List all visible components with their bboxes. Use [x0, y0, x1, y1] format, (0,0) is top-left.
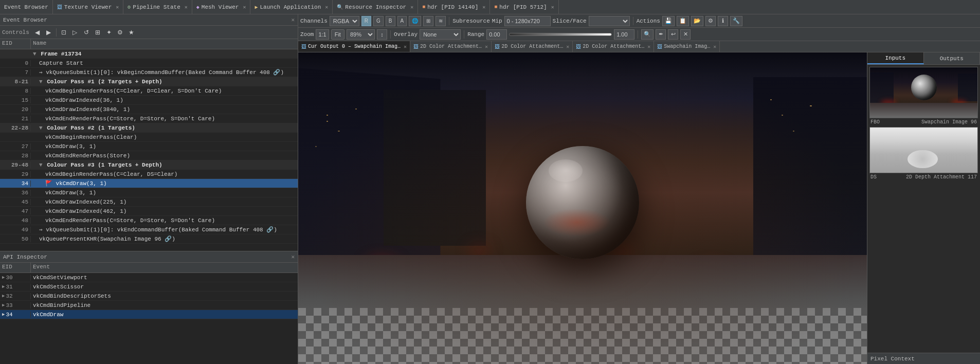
channel-wave-btn[interactable]: ≋ — [435, 16, 446, 26]
capture-btn[interactable]: ⊡ — [59, 27, 69, 38]
overlay-select[interactable]: None — [420, 29, 461, 40]
texture-canvas[interactable] — [298, 52, 867, 364]
tab-inputs[interactable]: Inputs — [867, 52, 924, 64]
close-launch-app[interactable]: ✕ — [325, 4, 328, 10]
next-event-btn[interactable]: ▶ — [44, 27, 54, 38]
tab-hdr-5712[interactable]: ■ hdr [PID 5712] ✕ — [490, 0, 558, 14]
table-row[interactable]: 8 vkCmdBeginRenderPass(C=Clear, D=Clear,… — [0, 86, 298, 96]
action-copy-btn[interactable]: 📋 — [677, 16, 689, 26]
zoom-percent-select[interactable]: 89% — [347, 29, 375, 40]
action-save-btn[interactable]: 💾 — [662, 16, 675, 26]
table-row[interactable]: 15 vkCmdDrawIndexed(36, 1) — [0, 96, 298, 105]
output-tab-2d-color-3[interactable]: 🖼 2D Color Attachment… ✕ — [573, 41, 654, 52]
api-row-selected[interactable]: ▶ 34 vkCmdDraw — [0, 310, 298, 319]
redo-btn[interactable]: ✕ — [680, 29, 691, 40]
table-row[interactable]: 28 vkCmdEndRenderPass(Store) — [0, 151, 298, 160]
debug-btn[interactable]: ✦ — [104, 27, 114, 38]
api-row[interactable]: ▶ 31 vkCmdSetScissor — [0, 282, 298, 292]
close-2d-color-1[interactable]: ✕ — [485, 44, 488, 50]
channel-g-btn[interactable]: G — [373, 16, 384, 26]
zoom-flip-btn[interactable]: ↕ — [377, 29, 387, 40]
api-row[interactable]: ▶ 30 vkCmdSetViewport — [0, 273, 298, 282]
close-event-browser-icon[interactable]: ✕ — [291, 16, 295, 23]
action-debug2-btn[interactable]: 🔧 — [730, 16, 742, 26]
window-light — [338, 131, 340, 132]
table-row[interactable]: 21 vkCmdEndRenderPass(C=Store, D=Store, … — [0, 114, 298, 123]
table-row[interactable]: ▼ Frame #13734 — [0, 49, 298, 59]
action-open-btn[interactable]: 📂 — [691, 16, 703, 26]
api-list[interactable]: ▶ 30 vkCmdSetViewport ▶ 31 vkCmdSetSciss… — [0, 273, 298, 364]
output-tabs-bar: 🖼 Cur Output 0 – Swapchain Imag… ✕ 🖼 2D … — [298, 41, 980, 52]
tab-hdr-14140[interactable]: ■ hdr [PID 14140] ✕ — [418, 0, 490, 14]
close-resource-inspector[interactable]: ✕ — [410, 4, 413, 10]
prev-event-btn[interactable]: ◀ — [32, 27, 43, 38]
close-output-tab-0[interactable]: ✕ — [404, 44, 407, 50]
channel-b-btn[interactable]: B — [386, 16, 395, 26]
settings-btn[interactable]: ⚙ — [115, 27, 125, 38]
action-settings2-btn[interactable]: ⚙ — [705, 16, 716, 26]
mip-input[interactable] — [504, 16, 551, 26]
output-tab-cur-output-0[interactable]: 🖼 Cur Output 0 – Swapchain Imag… ✕ — [298, 41, 410, 52]
channel-a-btn[interactable]: A — [397, 16, 407, 26]
table-row[interactable]: 22-28 ▼ Colour Pass #2 (1 Targets) — [0, 123, 298, 133]
range-max-input[interactable] — [614, 29, 634, 40]
zoom-11-btn[interactable]: 1:1 — [316, 29, 329, 40]
table-row[interactable]: 47 vkCmdDrawIndexed(462, 1) — [0, 207, 298, 216]
table-row[interactable]: 29 vkCmdBeginRenderPass(C=Clear, DS=Clea… — [0, 170, 298, 179]
table-row[interactable]: 29-48 ▼ Colour Pass #3 (1 Targets + Dept… — [0, 160, 298, 170]
tab-pipeline-state[interactable]: ⚙ Pipeline State ✕ — [123, 0, 192, 14]
output-tab-2d-color-2[interactable]: 🖼 2D Color Attachment… ✕ — [492, 41, 573, 52]
api-row[interactable]: ▶ 33 vkCmdBindPipeline — [0, 301, 298, 310]
bookmark-btn[interactable]: ★ — [126, 27, 137, 38]
table-row[interactable]: 0 Capture Start — [0, 59, 298, 68]
table-row[interactable]: 50 vkQueuePresentKHR(Swapchain Image 96 … — [0, 234, 298, 244]
close-2d-color-3[interactable]: ✕ — [647, 44, 650, 50]
tab-outputs[interactable]: Outputs — [924, 52, 981, 64]
table-row[interactable]: 27 vkCmdDraw(3, 1) — [0, 142, 298, 151]
channel-grid-btn[interactable]: ⊞ — [423, 16, 433, 26]
table-row[interactable]: 8-21 ▼ Colour Pass #1 (2 Targets + Depth… — [0, 77, 298, 86]
tab-resource-inspector[interactable]: 🔍 Resource Inspector ✕ — [333, 0, 418, 14]
table-row[interactable]: 48 vkCmdEndRenderPass(C=Store, D=Store, … — [0, 216, 298, 225]
tab-texture-viewer[interactable]: 🖼 Texture Viewer ✕ — [53, 0, 123, 14]
table-row[interactable]: 49 ⇒ vkQueueSubmit(1)[0]: vkEndCommandBu… — [0, 225, 298, 234]
color-pick-btn[interactable]: ✒ — [656, 29, 666, 40]
tab-mesh-viewer[interactable]: ◆ Mesh Viewer ✕ — [192, 0, 251, 14]
action-info-btn[interactable]: ℹ — [718, 16, 728, 26]
output-tab-2d-color-1[interactable]: 🖼 2D Color Attachment… ✕ — [410, 41, 492, 52]
close-swapchain-2[interactable]: ✕ — [713, 44, 716, 50]
table-row[interactable]: vkCmdBeginRenderPass(Clear) — [0, 133, 298, 142]
fbo-thumbnail-image[interactable] — [869, 67, 978, 118]
close-api-inspector-icon[interactable]: ✕ — [291, 253, 295, 260]
slice-face-select[interactable] — [589, 16, 630, 26]
channel-globe-btn[interactable]: 🌐 — [409, 16, 421, 26]
close-mesh-viewer[interactable]: ✕ — [243, 4, 246, 10]
thumb-floor — [870, 103, 977, 118]
undo-btn[interactable]: ↩ — [668, 29, 678, 40]
depth-thumbnail-image[interactable] — [869, 127, 978, 173]
table-row[interactable]: 20 vkCmdDrawIndexed(3840, 1) — [0, 105, 298, 114]
channel-r-btn[interactable]: R — [361, 16, 371, 26]
step-btn[interactable]: ⊞ — [93, 27, 103, 38]
table-row[interactable]: 45 vkCmdDrawIndexed(225, 1) — [0, 197, 298, 207]
table-row[interactable]: 36 vkCmdDraw(3, 1) — [0, 188, 298, 197]
close-pipeline-state[interactable]: ✕ — [185, 4, 188, 10]
zoom-in-btn[interactable]: 🔍 — [641, 29, 654, 40]
play-btn[interactable]: ▷ — [70, 27, 80, 38]
close-texture-viewer[interactable]: ✕ — [116, 4, 119, 10]
output-tab-swapchain-2[interactable]: 🖼 Swapchain Imag… ✕ — [654, 41, 720, 52]
table-row[interactable]: 7 ⇒ vkQueueSubmit(1)[0]: vkBeginCommandB… — [0, 68, 298, 77]
close-2d-color-2[interactable]: ✕ — [566, 44, 569, 50]
event-list[interactable]: ▼ Frame #13734 0 Capture Start 7 ⇒ vkQue… — [0, 49, 298, 251]
depth-thumb-content — [870, 128, 977, 173]
fit-btn[interactable]: Fit — [331, 29, 344, 40]
tab-launch-app[interactable]: ▶ Launch Application ✕ — [250, 0, 333, 14]
range-slider[interactable] — [509, 33, 612, 36]
close-hdr-14140[interactable]: ✕ — [482, 4, 485, 10]
close-hdr-5712[interactable]: ✕ — [551, 4, 554, 10]
table-row-selected[interactable]: 34 🚩 vkCmdDraw(3, 1) — [0, 179, 298, 188]
range-min-input[interactable] — [486, 29, 507, 40]
channels-select[interactable]: RGBA — [330, 16, 359, 26]
loop-btn[interactable]: ↺ — [81, 27, 92, 38]
api-row[interactable]: ▶ 32 vkCmdBindDescriptorSets — [0, 292, 298, 301]
